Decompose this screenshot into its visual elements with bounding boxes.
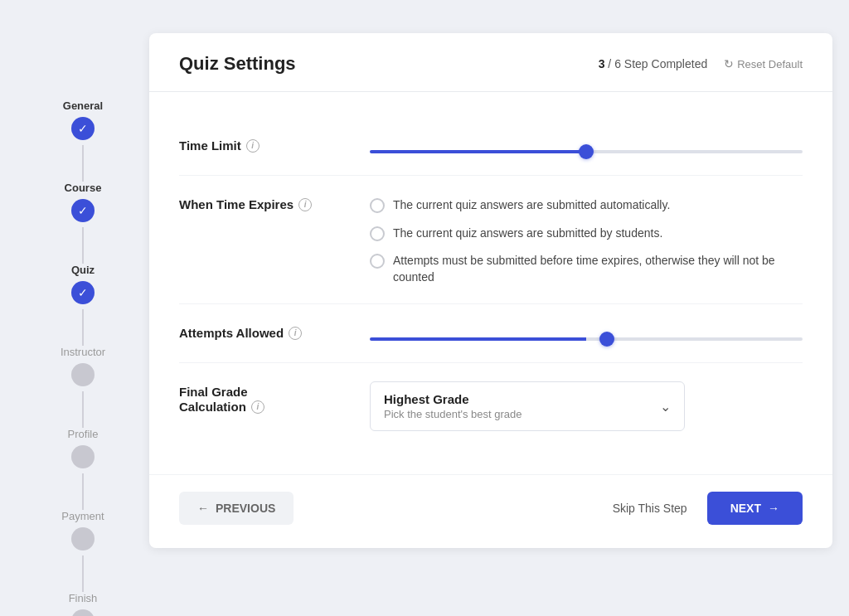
reset-icon: ↻ <box>724 57 734 70</box>
sidebar-label-finish: Finish <box>69 592 98 604</box>
previous-button[interactable]: ← PREVIOUS <box>179 492 294 525</box>
sidebar-dot-course: ✓ <box>71 199 95 222</box>
attempts-allowed-label: Attempts Allowed i <box>179 323 345 340</box>
grade-subtitle: Pick the student's best grade <box>384 408 522 420</box>
when-time-expires-row: When Time Expires i The current quiz ans… <box>179 176 803 304</box>
sidebar-label-course: Course <box>65 182 102 194</box>
attempts-allowed-control <box>370 323 803 344</box>
time-limit-label: Time Limit i <box>179 135 345 153</box>
skip-step-link[interactable]: Skip This Step <box>613 502 687 515</box>
header-right: 3 / 6 Step Completed ↻ Reset Default <box>599 57 803 70</box>
time-limit-info-icon[interactable]: i <box>246 139 260 153</box>
grade-dropdown-content: Highest Grade Pick the student's best gr… <box>384 392 522 420</box>
check-icon-course: ✓ <box>78 204 88 217</box>
main-panel: Quiz Settings 3 / 6 Step Completed ↻ Res… <box>149 33 832 548</box>
attempts-allowed-info-icon[interactable]: i <box>289 327 302 340</box>
arrow-right-icon: → <box>768 502 779 515</box>
grade-dropdown[interactable]: Highest Grade Pick the student's best gr… <box>370 381 685 431</box>
sidebar-dot-payment <box>71 527 95 551</box>
radio-circle-3 <box>370 254 385 269</box>
sidebar-label-instructor: Instructor <box>61 346 105 358</box>
page-title: Quiz Settings <box>179 53 296 75</box>
sidebar-label-payment: Payment <box>61 510 104 522</box>
sidebar: General ✓ Course ✓ Quiz ✓ Instructor Pro… <box>17 33 149 616</box>
radio-option-1[interactable]: The current quiz answers are submitted a… <box>370 197 803 214</box>
sidebar-dot-general: ✓ <box>71 117 95 140</box>
final-grade-info-icon[interactable]: i <box>251 400 264 414</box>
sidebar-label-general: General <box>63 99 103 112</box>
previous-label: PREVIOUS <box>216 502 275 515</box>
radio-text-3: Attempts must be submitted before time e… <box>393 253 803 285</box>
panel-header: Quiz Settings 3 / 6 Step Completed ↻ Res… <box>149 33 832 92</box>
reset-label: Reset Default <box>737 58 803 70</box>
when-time-expires-info-icon[interactable]: i <box>298 198 312 211</box>
sidebar-item-finish[interactable]: Finish <box>69 592 98 616</box>
final-grade-label-text: Final Grade Calculation i <box>179 385 264 414</box>
final-grade-control: Highest Grade Pick the student's best gr… <box>370 381 803 431</box>
radio-circle-2 <box>370 226 385 241</box>
check-icon-quiz: ✓ <box>78 286 88 299</box>
sidebar-label-quiz: Quiz <box>71 264 95 276</box>
radio-text-1: The current quiz answers are submitted a… <box>393 197 670 214</box>
time-limit-control <box>370 135 803 157</box>
footer-right: Skip This Step NEXT → <box>613 492 803 525</box>
sidebar-item-course[interactable]: Course ✓ <box>65 182 102 264</box>
final-grade-label: Final Grade Calculation i <box>179 381 345 414</box>
when-time-expires-label: When Time Expires i <box>179 194 345 211</box>
time-limit-slider[interactable] <box>370 150 803 153</box>
radio-circle-1 <box>370 198 385 213</box>
sidebar-dot-instructor <box>71 363 95 386</box>
sidebar-item-quiz[interactable]: Quiz ✓ <box>71 264 95 346</box>
reset-default-button[interactable]: ↻ Reset Default <box>724 57 803 70</box>
arrow-left-icon: ← <box>197 502 209 515</box>
attempts-allowed-slider[interactable] <box>370 337 803 341</box>
when-time-expires-control: The current quiz answers are submitted a… <box>370 194 803 285</box>
sidebar-dot-quiz: ✓ <box>71 281 95 304</box>
sidebar-item-instructor[interactable]: Instructor <box>61 346 105 428</box>
next-label: NEXT <box>730 502 761 515</box>
grade-title: Highest Grade <box>384 392 522 406</box>
sidebar-item-general[interactable]: General ✓ <box>63 99 103 182</box>
time-limit-row: Time Limit i <box>179 117 803 176</box>
panel-content: Time Limit i When Time Expires i <box>149 92 832 474</box>
sidebar-label-profile: Profile <box>68 428 99 440</box>
sidebar-dot-finish <box>71 609 95 616</box>
step-completed: 3 / 6 Step Completed <box>599 57 708 70</box>
radio-text-2: The current quiz answers are submitted b… <box>393 226 662 242</box>
final-grade-row: Final Grade Calculation i Highest Grade … <box>179 363 803 449</box>
panel-footer: ← PREVIOUS Skip This Step NEXT → <box>149 474 832 548</box>
attempts-allowed-row: Attempts Allowed i <box>179 304 803 363</box>
check-icon-general: ✓ <box>78 122 88 135</box>
radio-options: The current quiz answers are submitted a… <box>370 194 803 285</box>
step-number: 3 <box>599 57 605 70</box>
chevron-down-icon: ⌄ <box>660 399 671 415</box>
sidebar-item-profile[interactable]: Profile <box>68 428 99 510</box>
sidebar-item-payment[interactable]: Payment <box>61 510 104 592</box>
sidebar-dot-profile <box>71 445 95 468</box>
radio-option-2[interactable]: The current quiz answers are submitted b… <box>370 226 803 242</box>
radio-option-3[interactable]: Attempts must be submitted before time e… <box>370 253 803 285</box>
next-button[interactable]: NEXT → <box>707 492 803 525</box>
